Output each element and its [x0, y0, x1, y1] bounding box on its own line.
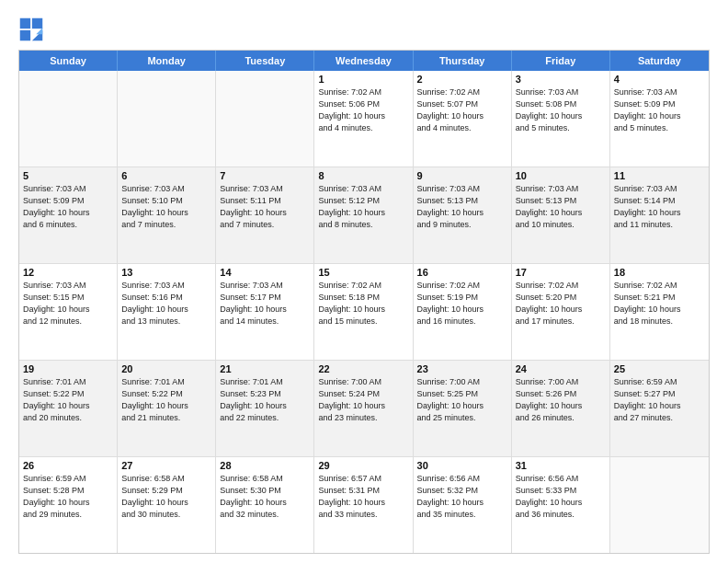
calendar-cell: 14Sunrise: 7:03 AM Sunset: 5:17 PM Dayli…	[216, 264, 314, 360]
day-number: 12	[23, 267, 113, 278]
cell-info: Sunrise: 7:01 AM Sunset: 5:22 PM Dayligh…	[121, 376, 211, 424]
cell-info: Sunrise: 7:03 AM Sunset: 5:09 PM Dayligh…	[614, 86, 705, 134]
day-number: 10	[516, 170, 606, 181]
calendar-cell: 31Sunrise: 6:56 AM Sunset: 5:33 PM Dayli…	[512, 457, 610, 553]
calendar-cell: 16Sunrise: 7:02 AM Sunset: 5:19 PM Dayli…	[414, 264, 512, 360]
cell-info: Sunrise: 7:00 AM Sunset: 5:24 PM Dayligh…	[318, 376, 408, 424]
calendar-row: 12Sunrise: 7:03 AM Sunset: 5:15 PM Dayli…	[19, 264, 709, 361]
day-number: 22	[318, 363, 408, 374]
day-number: 11	[614, 170, 705, 181]
day-number: 14	[220, 267, 310, 278]
cell-info: Sunrise: 7:03 AM Sunset: 5:17 PM Dayligh…	[220, 280, 310, 327]
cell-info: Sunrise: 6:56 AM Sunset: 5:32 PM Dayligh…	[417, 473, 507, 521]
day-number: 20	[121, 363, 211, 374]
cell-info: Sunrise: 7:01 AM Sunset: 5:22 PM Dayligh…	[23, 376, 113, 424]
cell-info: Sunrise: 7:02 AM Sunset: 5:06 PM Dayligh…	[318, 86, 408, 134]
day-number: 21	[220, 363, 310, 374]
cell-info: Sunrise: 7:02 AM Sunset: 5:20 PM Dayligh…	[516, 280, 606, 327]
day-number: 31	[516, 460, 606, 471]
calendar-row: 5Sunrise: 7:03 AM Sunset: 5:09 PM Daylig…	[19, 167, 709, 264]
calendar-cell: 6Sunrise: 7:03 AM Sunset: 5:10 PM Daylig…	[118, 167, 216, 263]
cell-info: Sunrise: 6:58 AM Sunset: 5:29 PM Dayligh…	[121, 473, 211, 521]
calendar-cell: 4Sunrise: 7:03 AM Sunset: 5:09 PM Daylig…	[610, 71, 709, 167]
day-number: 27	[121, 460, 211, 471]
day-number: 7	[220, 170, 310, 181]
cell-info: Sunrise: 6:57 AM Sunset: 5:31 PM Dayligh…	[318, 473, 408, 521]
cell-info: Sunrise: 7:02 AM Sunset: 5:21 PM Dayligh…	[614, 280, 705, 327]
cell-info: Sunrise: 7:03 AM Sunset: 5:13 PM Dayligh…	[516, 183, 606, 231]
cell-info: Sunrise: 7:03 AM Sunset: 5:10 PM Dayligh…	[121, 183, 211, 231]
calendar-row: 26Sunrise: 6:59 AM Sunset: 5:28 PM Dayli…	[19, 457, 709, 553]
calendar-cell: 13Sunrise: 7:03 AM Sunset: 5:16 PM Dayli…	[118, 264, 216, 360]
day-number: 6	[121, 170, 211, 181]
calendar-body: 1Sunrise: 7:02 AM Sunset: 5:06 PM Daylig…	[19, 71, 709, 553]
calendar-cell: 23Sunrise: 7:00 AM Sunset: 5:25 PM Dayli…	[414, 361, 512, 456]
calendar-cell: 12Sunrise: 7:03 AM Sunset: 5:15 PM Dayli…	[19, 264, 118, 360]
day-number: 17	[516, 267, 606, 278]
weekday-header: Sunday	[19, 51, 118, 71]
weekday-header: Thursday	[414, 51, 512, 71]
calendar-header: SundayMondayTuesdayWednesdayThursdayFrid…	[19, 51, 709, 71]
weekday-header: Saturday	[610, 51, 709, 71]
cell-info: Sunrise: 6:56 AM Sunset: 5:33 PM Dayligh…	[516, 473, 606, 521]
day-number: 5	[23, 170, 113, 181]
svg-rect-1	[32, 18, 42, 29]
logo-icon	[18, 17, 44, 42]
page: SundayMondayTuesdayWednesdayThursdayFrid…	[0, 0, 728, 563]
calendar-cell: 27Sunrise: 6:58 AM Sunset: 5:29 PM Dayli…	[118, 457, 216, 553]
calendar-cell: 9Sunrise: 7:03 AM Sunset: 5:13 PM Daylig…	[414, 167, 512, 263]
calendar-cell	[118, 71, 216, 167]
cell-info: Sunrise: 6:59 AM Sunset: 5:27 PM Dayligh…	[614, 376, 705, 424]
cell-info: Sunrise: 6:58 AM Sunset: 5:30 PM Dayligh…	[220, 473, 310, 521]
calendar-cell: 1Sunrise: 7:02 AM Sunset: 5:06 PM Daylig…	[314, 71, 413, 167]
cell-info: Sunrise: 6:59 AM Sunset: 5:28 PM Dayligh…	[23, 473, 113, 521]
svg-marker-4	[36, 28, 42, 34]
day-number: 29	[318, 460, 408, 471]
calendar-cell: 18Sunrise: 7:02 AM Sunset: 5:21 PM Dayli…	[610, 264, 709, 360]
day-number: 4	[614, 74, 705, 85]
cell-info: Sunrise: 7:00 AM Sunset: 5:26 PM Dayligh…	[516, 376, 606, 424]
day-number: 23	[417, 363, 507, 374]
logo	[18, 17, 48, 42]
calendar-cell: 22Sunrise: 7:00 AM Sunset: 5:24 PM Dayli…	[314, 361, 413, 456]
cell-info: Sunrise: 7:03 AM Sunset: 5:12 PM Dayligh…	[318, 183, 408, 231]
day-number: 25	[614, 363, 705, 374]
day-number: 24	[516, 363, 606, 374]
calendar-row: 19Sunrise: 7:01 AM Sunset: 5:22 PM Dayli…	[19, 361, 709, 457]
svg-rect-2	[20, 30, 30, 40]
cell-info: Sunrise: 7:03 AM Sunset: 5:09 PM Dayligh…	[23, 183, 113, 231]
day-number: 30	[417, 460, 507, 471]
weekday-header: Friday	[512, 51, 610, 71]
cell-info: Sunrise: 7:03 AM Sunset: 5:13 PM Dayligh…	[417, 183, 507, 231]
calendar-cell: 25Sunrise: 6:59 AM Sunset: 5:27 PM Dayli…	[610, 361, 709, 456]
calendar-cell: 7Sunrise: 7:03 AM Sunset: 5:11 PM Daylig…	[216, 167, 314, 263]
day-number: 16	[417, 267, 507, 278]
cell-info: Sunrise: 7:01 AM Sunset: 5:23 PM Dayligh…	[220, 376, 310, 424]
calendar: SundayMondayTuesdayWednesdayThursdayFrid…	[18, 50, 710, 554]
calendar-cell: 17Sunrise: 7:02 AM Sunset: 5:20 PM Dayli…	[512, 264, 610, 360]
day-number: 3	[516, 74, 606, 85]
calendar-cell: 21Sunrise: 7:01 AM Sunset: 5:23 PM Dayli…	[216, 361, 314, 456]
calendar-cell: 3Sunrise: 7:03 AM Sunset: 5:08 PM Daylig…	[512, 71, 610, 167]
calendar-cell: 29Sunrise: 6:57 AM Sunset: 5:31 PM Dayli…	[314, 457, 413, 553]
cell-info: Sunrise: 7:00 AM Sunset: 5:25 PM Dayligh…	[417, 376, 507, 424]
cell-info: Sunrise: 7:02 AM Sunset: 5:19 PM Dayligh…	[417, 280, 507, 327]
day-number: 26	[23, 460, 113, 471]
calendar-cell: 24Sunrise: 7:00 AM Sunset: 5:26 PM Dayli…	[512, 361, 610, 456]
calendar-cell: 20Sunrise: 7:01 AM Sunset: 5:22 PM Dayli…	[118, 361, 216, 456]
calendar-cell: 15Sunrise: 7:02 AM Sunset: 5:18 PM Dayli…	[314, 264, 413, 360]
calendar-cell: 10Sunrise: 7:03 AM Sunset: 5:13 PM Dayli…	[512, 167, 610, 263]
calendar-cell: 26Sunrise: 6:59 AM Sunset: 5:28 PM Dayli…	[19, 457, 118, 553]
cell-info: Sunrise: 7:02 AM Sunset: 5:18 PM Dayligh…	[318, 280, 408, 327]
calendar-cell: 11Sunrise: 7:03 AM Sunset: 5:14 PM Dayli…	[610, 167, 709, 263]
svg-rect-0	[20, 18, 30, 29]
weekday-header: Monday	[118, 51, 216, 71]
day-number: 13	[121, 267, 211, 278]
day-number: 28	[220, 460, 310, 471]
cell-info: Sunrise: 7:03 AM Sunset: 5:16 PM Dayligh…	[121, 280, 211, 327]
calendar-cell: 8Sunrise: 7:03 AM Sunset: 5:12 PM Daylig…	[314, 167, 413, 263]
calendar-cell	[610, 457, 709, 553]
cell-info: Sunrise: 7:03 AM Sunset: 5:08 PM Dayligh…	[516, 86, 606, 134]
weekday-header: Wednesday	[314, 51, 413, 71]
day-number: 1	[318, 74, 408, 85]
